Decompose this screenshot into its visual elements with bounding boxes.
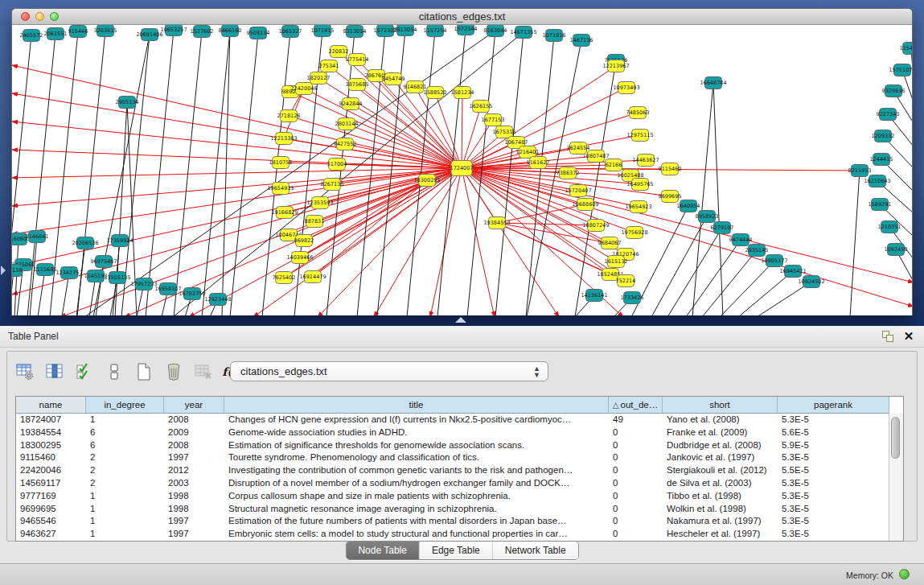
graph-node-label: 220832 xyxy=(329,48,349,55)
graph-node-label: 9508134 xyxy=(247,30,270,36)
table-cell: Embryonic stem cells: a model to study s… xyxy=(224,528,609,541)
float-panel-icon[interactable] xyxy=(881,329,895,344)
graph-node-label: 10653257 xyxy=(160,27,187,33)
graph-node-label: 16958107 xyxy=(154,286,181,292)
table-cell: 18300295 xyxy=(16,439,86,452)
graph-edge xyxy=(462,168,495,315)
table-selector-dropdown[interactable]: citations_edges.txt ▲▼ xyxy=(230,361,548,381)
graph-node-label: 1157254 xyxy=(424,27,447,34)
column-header-year[interactable]: year xyxy=(164,397,224,414)
table-cell: Nakamura et al. (1997) xyxy=(663,515,778,528)
close-panel-icon[interactable]: ✕ xyxy=(901,329,916,344)
table-cell: 9699695 xyxy=(16,503,86,516)
graph-node-label: 16945421 xyxy=(779,268,806,274)
column-header-title[interactable]: title xyxy=(224,397,609,414)
graph-node-label: 1589291 xyxy=(869,201,892,208)
table-cell: 5.5E-5 xyxy=(778,464,889,477)
panel-splitter-grip[interactable] xyxy=(455,317,466,323)
table-cell: 0 xyxy=(609,490,663,503)
table-cell: 1997 xyxy=(164,451,224,464)
graph-edge xyxy=(720,261,774,315)
create-table-button[interactable] xyxy=(133,360,155,383)
column-header-pagerank[interactable]: pagerank xyxy=(778,397,889,414)
table-cell: Tourette syndrome. Phenomenology and cla… xyxy=(224,451,609,464)
graph-node-label: 20206536 xyxy=(72,240,98,246)
table-cell: 9115460 xyxy=(16,451,86,464)
network-window: citations_edges.txt 24055722061551915446… xyxy=(11,8,913,315)
graph-edge xyxy=(738,271,793,315)
graph-node-label: 2061551 xyxy=(44,31,68,37)
memory-status-indicator[interactable] xyxy=(899,569,910,579)
table-cell: Wolkin et al. (1998) xyxy=(663,503,778,516)
table-cell: 0 xyxy=(609,477,663,490)
new-document-icon xyxy=(134,362,154,381)
table-cell: 1997 xyxy=(164,528,224,541)
graph-node-label: 15751074 xyxy=(889,67,912,73)
table-panel: Table Panel ✕ xyxy=(0,326,924,585)
graph-node-label: 1588520 xyxy=(424,89,447,96)
show-columns-button[interactable] xyxy=(43,360,66,383)
table-row[interactable]: 1938455462009Genome-wide association stu… xyxy=(16,426,903,439)
column-header-in_degree[interactable]: in_degree xyxy=(86,397,164,414)
graph-node-label: 2718126 xyxy=(277,113,301,119)
graph-node-label: 1210351 xyxy=(878,224,901,230)
row-height-button[interactable] xyxy=(103,360,125,383)
citation-network-graph[interactable]: 2405572206155191544632039152069140610653… xyxy=(12,25,912,315)
table-settings-button[interactable] xyxy=(14,360,36,383)
graph-node-label: 2405572 xyxy=(20,32,43,39)
table-row[interactable]: 911546021997Tourette syndrome. Phenomeno… xyxy=(16,451,903,464)
table-cell: 5.3E-5 xyxy=(778,451,889,464)
table-row[interactable]: 1456911722003Disruption of a novel membe… xyxy=(16,477,903,490)
network-window-titlebar[interactable]: citations_edges.txt xyxy=(12,9,912,25)
graph-edge xyxy=(692,83,713,315)
graph-node-label: 1572344 xyxy=(454,26,478,32)
table-cell: 0 xyxy=(609,439,663,452)
table-row[interactable]: 946554611997Estimation of the future num… xyxy=(16,515,903,528)
graph-node-label: 12353593 xyxy=(306,200,333,206)
table-cell: Jankovic et al. (1997) xyxy=(663,451,778,464)
table-cell: Franke et al. (2009) xyxy=(663,426,778,439)
table-row[interactable]: 977716911998Corpus callosum shape and si… xyxy=(16,490,903,503)
graph-node-label: 20691406 xyxy=(136,31,162,38)
graph-node-label: 18300295 xyxy=(413,177,440,183)
graph-edge xyxy=(374,168,462,315)
table-cell: 5.3E-5 xyxy=(778,528,889,541)
table-vertical-scrollbar[interactable] xyxy=(889,414,903,541)
table-cell: Changes of HCN gene expression and I(f) … xyxy=(224,414,609,426)
table-row[interactable]: 969969511998Structural magnetic resonanc… xyxy=(16,503,903,516)
scrollbar-thumb[interactable] xyxy=(891,417,900,459)
graph-node-label: 1092450 xyxy=(885,246,908,253)
delete-table-button[interactable] xyxy=(192,360,215,383)
graph-node-label: 14463627 xyxy=(632,157,659,163)
table-row[interactable]: 1872400712008Changes of HCN gene express… xyxy=(16,414,903,426)
select-rows-button[interactable] xyxy=(73,360,96,383)
column-header-name[interactable]: name xyxy=(16,397,86,414)
tab-edge-table[interactable]: Edge Table xyxy=(419,542,492,559)
table-row[interactable]: 1830029562008Estimation of significance … xyxy=(16,439,903,452)
delete-rows-button[interactable] xyxy=(162,360,185,383)
graph-edge xyxy=(174,31,202,315)
graph-node-label: 1065327 xyxy=(279,28,302,35)
left-panel-collapse-arrow[interactable] xyxy=(1,266,6,275)
float-square-front-icon xyxy=(886,335,893,342)
tab-network-table[interactable]: Network Table xyxy=(492,542,578,559)
column-header-out_de[interactable]: △out_de… xyxy=(609,397,663,414)
table-cell: 5.6E-5 xyxy=(778,426,889,439)
table-cell: 5.3E-5 xyxy=(778,503,889,516)
graph-node-label: 1615132 xyxy=(605,258,628,265)
network-canvas[interactable]: 2405572206155191544632039152069140610653… xyxy=(12,25,912,315)
column-header-short[interactable]: short xyxy=(663,397,778,414)
graph-node-label: 10905177 xyxy=(761,257,787,264)
graph-node-label: 1733426 xyxy=(621,295,644,301)
table-row[interactable]: 2242004622012Investigating the contribut… xyxy=(16,464,903,477)
table-cell: Estimation of the future numbers of pati… xyxy=(224,515,609,528)
graph-node-label: 8163044 xyxy=(484,27,507,34)
table-row[interactable]: 946362711997Embryonic stem cells: a mode… xyxy=(16,528,903,541)
table-cell: 1 xyxy=(86,414,164,426)
graph-node-label: 317004 xyxy=(327,161,347,167)
graph-edge xyxy=(462,168,912,282)
table-cell: 9463627 xyxy=(16,528,86,541)
graph-edge xyxy=(526,35,554,315)
graph-node-label: 1154808 xyxy=(900,45,912,51)
tab-node-table[interactable]: Node Table xyxy=(346,542,419,559)
